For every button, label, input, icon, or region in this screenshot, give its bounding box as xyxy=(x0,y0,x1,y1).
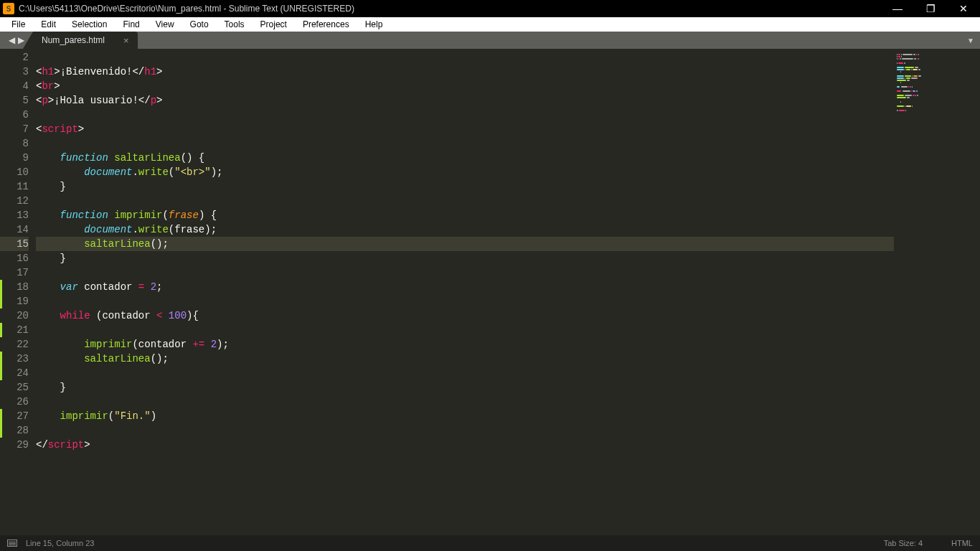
code-line[interactable]: <script> xyxy=(36,122,894,136)
gutter-line[interactable]: 10 xyxy=(0,165,29,179)
code-editor[interactable]: <h1>¡Bienvenido!</h1><br><p>¡Hola usuari… xyxy=(36,49,894,535)
editor-area: 2345678910111213141516171819202122232425… xyxy=(0,49,980,535)
tab-close-icon[interactable]: × xyxy=(123,35,129,46)
code-line[interactable] xyxy=(36,50,894,65)
gutter-line[interactable]: 16 xyxy=(0,251,29,265)
tab-num-pares[interactable]: Num_pares.html × xyxy=(33,32,138,49)
menu-preferences[interactable]: Preferences xyxy=(296,18,357,31)
code-line[interactable] xyxy=(36,108,894,122)
gutter-line[interactable]: 13 xyxy=(0,208,29,222)
code-line[interactable] xyxy=(36,423,894,438)
panel-switcher-icon[interactable] xyxy=(7,540,17,547)
menu-file[interactable]: File xyxy=(4,18,32,31)
menu-project[interactable]: Project xyxy=(253,18,294,31)
gutter-line[interactable]: 7 xyxy=(0,122,29,136)
app-icon: S xyxy=(3,3,14,14)
code-line[interactable]: function imprimir(frase) { xyxy=(36,208,894,222)
code-line[interactable]: </script> xyxy=(36,438,894,452)
gutter-line[interactable]: 11 xyxy=(0,179,29,194)
gutter-line[interactable]: 26 xyxy=(0,395,29,409)
gutter-line[interactable]: 24 xyxy=(0,366,29,380)
code-line[interactable] xyxy=(36,366,894,380)
code-line[interactable]: <p>¡Hola usuario!</p> xyxy=(36,93,894,108)
gutter-line[interactable]: 25 xyxy=(0,380,29,395)
statusbar: Line 15, Column 23 Tab Size: 4 HTML xyxy=(0,535,980,551)
minimize-button[interactable]: — xyxy=(881,0,914,17)
status-position[interactable]: Line 15, Column 23 xyxy=(26,539,94,547)
code-line[interactable]: saltarLinea(); xyxy=(36,352,894,366)
code-line[interactable]: imprimir("Fin.") xyxy=(36,409,894,423)
gutter-line[interactable]: 15 xyxy=(0,237,29,251)
code-line[interactable]: function saltarLinea() { xyxy=(36,151,894,165)
code-line[interactable]: imprimir(contador += 2); xyxy=(36,337,894,352)
gutter-line[interactable]: 17 xyxy=(0,265,29,280)
window-title: C:\Users\54113\OneDrive\Escritorio\Num_p… xyxy=(19,4,881,14)
code-line[interactable]: var contador = 2; xyxy=(36,280,894,294)
minimap[interactable] xyxy=(894,49,980,535)
code-line[interactable] xyxy=(36,136,894,151)
maximize-button[interactable]: ❐ xyxy=(914,0,947,17)
gutter-line[interactable]: 28 xyxy=(0,423,29,438)
gutter-line[interactable]: 18 xyxy=(0,280,29,294)
code-line[interactable]: } xyxy=(36,380,894,395)
code-line[interactable] xyxy=(36,265,894,280)
tab-label: Num_pares.html xyxy=(42,35,105,45)
code-line[interactable]: <br> xyxy=(36,79,894,93)
gutter-line[interactable]: 27 xyxy=(0,409,29,423)
menu-view[interactable]: View xyxy=(149,18,182,31)
menubar: File Edit Selection Find View Goto Tools… xyxy=(0,17,980,32)
code-line[interactable]: while (contador < 100){ xyxy=(36,309,894,323)
gutter-line[interactable]: 23 xyxy=(0,352,29,366)
code-line[interactable] xyxy=(36,323,894,337)
code-line[interactable]: } xyxy=(36,251,894,265)
gutter[interactable]: 2345678910111213141516171819202122232425… xyxy=(0,49,36,535)
gutter-line[interactable]: 5 xyxy=(0,93,29,108)
code-line[interactable] xyxy=(36,395,894,409)
menu-goto[interactable]: Goto xyxy=(183,18,216,31)
window-controls: — ❐ ✕ xyxy=(881,0,980,17)
gutter-line[interactable]: 2 xyxy=(0,50,29,65)
code-line[interactable]: } xyxy=(36,179,894,194)
menu-edit[interactable]: Edit xyxy=(34,18,63,31)
close-button[interactable]: ✕ xyxy=(947,0,980,17)
menu-find[interactable]: Find xyxy=(116,18,146,31)
tab-bar: ◀ ▶ Num_pares.html × ▼ xyxy=(0,32,980,49)
gutter-line[interactable]: 9 xyxy=(0,151,29,165)
gutter-line[interactable]: 20 xyxy=(0,309,29,323)
gutter-line[interactable]: 12 xyxy=(0,194,29,208)
code-line[interactable]: document.write(frase); xyxy=(36,222,894,237)
gutter-line[interactable]: 22 xyxy=(0,337,29,352)
gutter-line[interactable]: 21 xyxy=(0,323,29,337)
gutter-line[interactable]: 8 xyxy=(0,136,29,151)
gutter-line[interactable]: 14 xyxy=(0,222,29,237)
gutter-line[interactable]: 19 xyxy=(0,294,29,309)
gutter-line[interactable]: 29 xyxy=(0,438,29,452)
code-line[interactable]: saltarLinea(); xyxy=(36,237,894,251)
code-line[interactable]: <h1>¡Bienvenido!</h1> xyxy=(36,65,894,79)
code-line[interactable]: document.write("<br>"); xyxy=(36,165,894,179)
menu-tools[interactable]: Tools xyxy=(217,18,252,31)
gutter-line[interactable]: 4 xyxy=(0,79,29,93)
code-line[interactable] xyxy=(36,194,894,208)
menu-help[interactable]: Help xyxy=(358,18,390,31)
status-syntax[interactable]: HTML xyxy=(951,539,973,547)
status-tabsize[interactable]: Tab Size: 4 xyxy=(884,539,923,547)
gutter-line[interactable]: 3 xyxy=(0,65,29,79)
titlebar: S C:\Users\54113\OneDrive\Escritorio\Num… xyxy=(0,0,980,17)
code-line[interactable] xyxy=(36,294,894,309)
gutter-line[interactable]: 6 xyxy=(0,108,29,122)
tab-dropdown-icon[interactable]: ▼ xyxy=(967,37,974,44)
menu-selection[interactable]: Selection xyxy=(65,18,114,31)
